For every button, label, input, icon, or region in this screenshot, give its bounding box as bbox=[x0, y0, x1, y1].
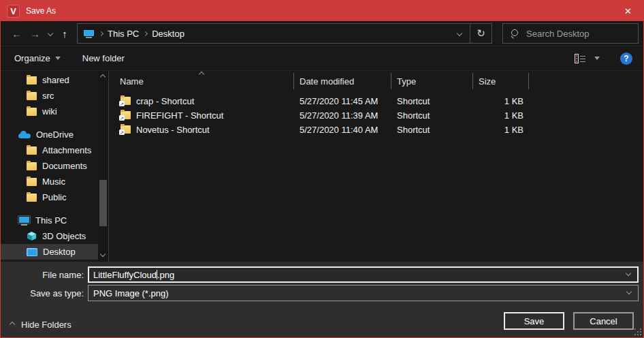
folder-icon bbox=[27, 147, 37, 155]
organize-button[interactable]: Organize bbox=[14, 53, 61, 63]
view-options-chevron-icon[interactable] bbox=[594, 57, 600, 60]
folder-icon bbox=[27, 194, 37, 202]
details-view-icon[interactable] bbox=[575, 54, 586, 63]
file-size: 1 KB bbox=[473, 125, 529, 135]
file-size: 1 KB bbox=[473, 110, 529, 121]
up-directory-icon[interactable]: ↑ bbox=[56, 24, 74, 43]
save-button[interactable]: Save bbox=[504, 312, 564, 330]
main-area: shared src wiki OneDrive Attachments Doc… bbox=[1, 71, 643, 262]
shortcut-folder-icon: ↗ bbox=[120, 111, 131, 120]
breadcrumb: This PC Desktop bbox=[78, 29, 449, 39]
sidebar-item-this-pc[interactable]: This PC bbox=[1, 213, 98, 228]
file-date: 5/27/2020 11:39 AM bbox=[294, 110, 391, 121]
this-pc-icon bbox=[83, 29, 95, 38]
file-name: FIREFIGHT - Shortcut bbox=[136, 110, 223, 121]
help-icon[interactable]: ? bbox=[620, 52, 632, 65]
column-header-date-modified[interactable]: Date modified bbox=[294, 73, 391, 89]
close-icon[interactable]: ✕ bbox=[613, 1, 643, 21]
history-dropdown-icon[interactable] bbox=[44, 24, 56, 43]
hide-folders-button[interactable]: Hide Folders bbox=[10, 318, 71, 331]
chevron-up-icon bbox=[10, 322, 15, 327]
sidebar-item-wiki[interactable]: wiki bbox=[1, 104, 98, 119]
file-date: 5/27/2020 11:40 AM bbox=[294, 125, 391, 135]
breadcrumb-separator-icon bbox=[99, 31, 103, 35]
save-as-dialog: V Save As ✕ ← → ↑ This PC Desktop ↻ Sear… bbox=[0, 0, 644, 338]
vivaldi-logo-icon: V bbox=[7, 5, 20, 18]
desktop-monitor-icon bbox=[27, 248, 37, 256]
computer-icon bbox=[18, 216, 30, 226]
address-bar[interactable]: This PC Desktop ↻ bbox=[77, 23, 492, 44]
refresh-icon[interactable]: ↻ bbox=[470, 24, 492, 43]
address-dropdown-icon[interactable] bbox=[449, 24, 470, 43]
scrollbar-thumb[interactable] bbox=[99, 180, 107, 226]
title-bar: V Save As ✕ bbox=[1, 1, 643, 21]
window-title: Save As bbox=[26, 6, 56, 16]
3d-cube-icon bbox=[27, 231, 37, 241]
breadcrumb-desktop[interactable]: Desktop bbox=[152, 29, 184, 39]
folder-tree-sidebar: shared src wiki OneDrive Attachments Doc… bbox=[1, 71, 98, 262]
sidebar-item-desktop[interactable]: Desktop bbox=[1, 244, 98, 260]
column-header-type[interactable]: Type bbox=[391, 73, 473, 89]
file-name-input[interactable]: LittleFluffyCloud.png bbox=[88, 266, 639, 283]
column-header-size[interactable]: Size bbox=[473, 73, 529, 89]
folder-icon bbox=[27, 178, 37, 186]
onedrive-cloud-icon bbox=[18, 131, 31, 139]
chevron-down-icon[interactable] bbox=[626, 271, 631, 276]
shortcut-folder-icon: ↗ bbox=[120, 97, 131, 106]
sidebar-item-src[interactable]: src bbox=[1, 88, 98, 104]
save-panel: File name: LittleFluffyCloud.png Save as… bbox=[1, 262, 643, 337]
sidebar-item-3d-objects[interactable]: 3D Objects bbox=[1, 228, 98, 244]
folder-icon bbox=[27, 162, 37, 170]
folder-icon bbox=[27, 92, 37, 100]
chevron-down-icon bbox=[55, 57, 61, 60]
search-icon bbox=[511, 29, 519, 38]
folder-icon bbox=[27, 108, 37, 116]
file-row[interactable]: ↗ crap - Shortcut 5/27/2020 11:45 AM Sho… bbox=[109, 94, 643, 108]
file-row[interactable]: ↗ Novetus - Shortcut 5/27/2020 11:40 AM … bbox=[109, 123, 643, 137]
toolbar-right: ? bbox=[575, 52, 632, 65]
file-name: crap - Shortcut bbox=[136, 96, 194, 106]
file-type: Shortcut bbox=[391, 110, 473, 121]
sidebar-scrollbar[interactable] bbox=[98, 71, 108, 262]
cancel-button[interactable]: Cancel bbox=[573, 312, 634, 330]
file-row[interactable]: ↗ FIREFIGHT - Shortcut 5/27/2020 11:39 A… bbox=[109, 108, 643, 123]
search-input[interactable]: Search Desktop bbox=[502, 23, 639, 44]
shortcut-folder-icon: ↗ bbox=[120, 125, 131, 134]
scroll-up-icon[interactable] bbox=[100, 74, 106, 80]
file-list: Name Date modified Type Size ↗ crap - Sh… bbox=[109, 71, 643, 262]
navigation-bar: ← → ↑ This PC Desktop ↻ Search Desktop bbox=[1, 21, 643, 46]
resize-grip[interactable] bbox=[634, 328, 641, 335]
save-as-type-label: Save as type: bbox=[1, 288, 84, 298]
sidebar-item-shared[interactable]: shared bbox=[1, 72, 98, 88]
toolbar: Organize New folder ? bbox=[1, 46, 643, 71]
breadcrumb-this-pc[interactable]: This PC bbox=[108, 29, 139, 39]
file-date: 5/27/2020 11:45 AM bbox=[294, 96, 391, 106]
sidebar-item-attachments[interactable]: Attachments bbox=[1, 142, 98, 158]
file-list-header: Name Date modified Type Size bbox=[109, 72, 643, 91]
file-type: Shortcut bbox=[391, 125, 473, 135]
scroll-down-icon[interactable] bbox=[100, 251, 106, 257]
back-icon[interactable]: ← bbox=[7, 24, 26, 43]
sidebar-item-onedrive[interactable]: OneDrive bbox=[1, 127, 98, 142]
forward-icon[interactable]: → bbox=[26, 24, 44, 43]
sidebar-item-documents[interactable]: Documents bbox=[1, 158, 98, 174]
sidebar-item-music[interactable]: Music bbox=[1, 174, 98, 189]
folder-icon bbox=[27, 76, 37, 84]
breadcrumb-separator-icon bbox=[143, 31, 148, 35]
file-name: Novetus - Shortcut bbox=[136, 125, 210, 135]
file-name-label: File name: bbox=[1, 270, 84, 280]
file-size: 1 KB bbox=[473, 96, 529, 106]
save-as-type-select[interactable]: PNG Image (*.png) bbox=[88, 285, 639, 301]
file-type: Shortcut bbox=[391, 96, 473, 106]
new-folder-button[interactable]: New folder bbox=[82, 53, 125, 63]
search-placeholder: Search Desktop bbox=[526, 29, 590, 39]
sidebar-item-public[interactable]: Public bbox=[1, 189, 98, 205]
file-rows: ↗ crap - Shortcut 5/27/2020 11:45 AM Sho… bbox=[109, 94, 643, 137]
chevron-down-icon[interactable] bbox=[626, 289, 632, 294]
